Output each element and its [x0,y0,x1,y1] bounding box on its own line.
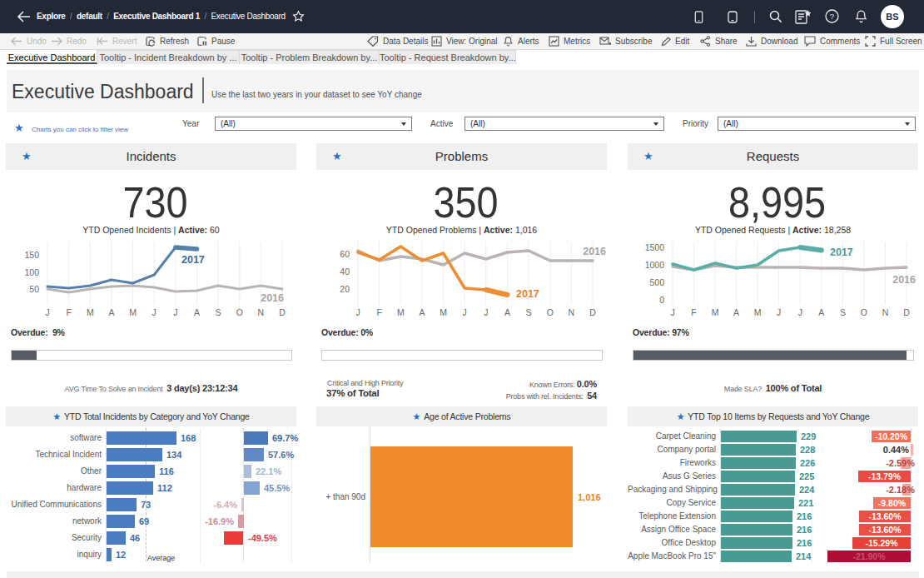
svg-text:S: S [216,307,221,317]
svg-text:F: F [376,307,381,317]
svg-text:M: M [129,307,137,317]
svg-text:2017: 2017 [181,254,205,266]
svg-text:O: O [861,307,867,317]
svg-text:100: 100 [24,267,39,277]
svg-text:M: M [87,307,94,317]
svg-text:J: J [173,307,177,317]
svg-text:J: J [798,307,802,317]
svg-text:A: A [108,307,114,317]
svg-text:J: J [484,307,488,317]
svg-text:A: A [733,307,739,317]
svg-text:D: D [279,307,286,317]
svg-text:2017: 2017 [830,247,853,258]
svg-text:J: J [463,307,467,317]
svg-text:D: D [903,307,910,317]
svg-text:50: 50 [29,284,39,294]
svg-text:1000: 1000 [645,260,665,270]
svg-text:O: O [547,307,554,317]
svg-text:2017: 2017 [516,288,539,300]
svg-text:A: A [419,307,425,317]
svg-text:M: M [754,307,762,317]
svg-text:1500: 1500 [645,242,665,252]
svg-text:F: F [66,307,71,317]
svg-text:F: F [691,307,696,317]
svg-text:0: 0 [659,295,664,305]
svg-text:500: 500 [649,277,664,287]
svg-text:?: ? [830,12,834,21]
svg-text:M: M [397,307,405,317]
svg-text:60: 60 [340,249,350,259]
svg-text:J: J [45,307,49,317]
svg-text:J: J [152,307,156,317]
svg-text:S: S [840,307,846,317]
svg-text:2016: 2016 [261,292,284,304]
svg-text:40: 40 [340,267,350,277]
svg-text:J: J [670,307,674,317]
svg-text:150: 150 [24,250,39,260]
svg-text:N: N [258,307,265,317]
svg-text:J: J [355,307,360,317]
svg-text:A: A [818,307,824,317]
svg-text:M: M [440,307,447,317]
svg-text:N: N [882,307,889,317]
svg-text:A: A [504,307,510,317]
svg-text:20: 20 [340,284,350,294]
svg-text:A: A [194,307,200,317]
svg-text:O: O [236,307,243,317]
svg-text:M: M [712,307,719,317]
svg-text:S: S [526,307,532,317]
svg-text:2016: 2016 [892,274,916,286]
svg-text:D: D [589,307,596,317]
svg-text:N: N [569,307,575,317]
svg-text:J: J [777,307,781,317]
svg-text:2016: 2016 [583,246,606,257]
